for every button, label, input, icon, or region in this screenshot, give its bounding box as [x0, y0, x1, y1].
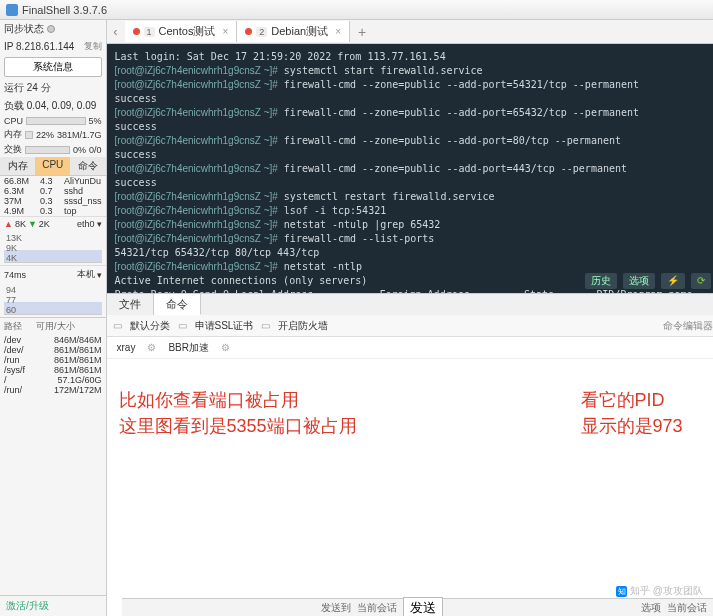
local-label: 本机 — [77, 268, 95, 281]
cpu-label: CPU — [4, 116, 23, 126]
ping-val: 74ms — [4, 270, 26, 280]
tab-label: Centos测试 — [159, 24, 216, 39]
mem-meter: 内存 22% 381M/1.7G — [0, 127, 106, 142]
tab-debian[interactable]: 2 Debian测试 × — [237, 21, 350, 42]
ip-row: IP 8.218.61.144 复制 — [0, 38, 106, 55]
swap-meter: 交换 0% 0/0 — [0, 142, 106, 157]
history-button[interactable]: 历史 — [585, 273, 617, 289]
cmd-xray[interactable]: xray — [117, 342, 136, 353]
tab-num: 2 — [256, 27, 267, 37]
proc-list: 66.8M4.3AliYunDu 6.3M0.7sshd 37M0.3sssd_… — [0, 176, 106, 216]
refresh-icon[interactable]: ⟳ — [691, 273, 711, 289]
cmd-bbr[interactable]: BBR加速 — [168, 341, 209, 355]
app-logo-icon — [6, 4, 18, 16]
close-icon[interactable]: × — [222, 26, 228, 37]
activate-link[interactable]: 激活/升级 — [0, 595, 106, 616]
tab-label: Debian测试 — [271, 24, 328, 39]
proc-row: 37M0.3sssd_nss — [0, 196, 106, 206]
close-icon[interactable]: × — [335, 26, 341, 37]
cpu-pct: 5% — [89, 116, 102, 126]
proc-header: 内存 CPU 命令 — [0, 157, 106, 176]
mem-pct: 22% — [36, 130, 54, 140]
disk-header: 路径可用/大小 — [0, 317, 106, 335]
proc-row: 6.3M0.7sshd — [0, 186, 106, 196]
disk-row: /sys/f861M/861M — [0, 365, 106, 375]
footer: 发送到 当前会话 发送 选项 当前会话 — [122, 598, 713, 616]
ping-row: 74ms 本机 ▾ — [0, 265, 106, 283]
tab-centos[interactable]: 1 Centos测试 × — [125, 21, 238, 42]
bottom-tabs: 文件 命令 — [107, 293, 713, 315]
net-row: ▲8K ▼2K eth0 ▾ — [0, 216, 106, 231]
app-title: FinalShell 3.9.7.6 — [22, 4, 107, 16]
swap-val: 0/0 — [89, 145, 102, 155]
cmd-editor-link[interactable]: 命令编辑器 — [663, 319, 713, 333]
tabs-row: ‹ 1 Centos测试 × 2 Debian测试 × + — [107, 20, 713, 44]
proc-row: 66.8M4.3AliYunDu — [0, 176, 106, 186]
arrow-down-icon: ▼ — [28, 219, 37, 229]
disk-row: /57.1G/60G — [0, 375, 106, 385]
load: 负载 0.04, 0.09, 0.09 — [0, 97, 106, 115]
swap-label: 交换 — [4, 143, 22, 156]
right-pane: ‹ 1 Centos测试 × 2 Debian测试 × + Last login… — [107, 20, 713, 616]
system-info-button[interactable]: 系统信息 — [4, 57, 102, 77]
annotation-area: 比如你查看端口被占用 这里图看到是5355端口被占用 看它的PID 显示的是97… — [107, 359, 713, 616]
disk-row: /dev/861M/861M — [0, 345, 106, 355]
titlebar: FinalShell 3.9.7.6 — [0, 0, 713, 20]
terminal[interactable]: Last login: Sat Dec 17 21:59:20 2022 fro… — [107, 44, 713, 293]
cat-default[interactable]: 默认分类 — [130, 319, 170, 333]
disk-list: /dev846M/846M /dev/861M/861M /run861M/86… — [0, 335, 106, 395]
send-to-label: 发送到 — [321, 601, 351, 615]
cmd-category-bar: ▭默认分类 ▭申请SSL证书 ▭开启防火墙 命令编辑器 — [107, 315, 713, 337]
footer-current[interactable]: 当前会话 — [667, 601, 707, 615]
options-button[interactable]: 选项 — [623, 273, 655, 289]
annotation-right: 看它的PID 显示的是973 — [581, 387, 683, 439]
cpu-meter: CPU 5% — [0, 115, 106, 127]
status-dot-icon — [47, 25, 55, 33]
hdr-cpu[interactable]: CPU — [35, 157, 70, 175]
annotation-left: 比如你查看端口被占用 这里图看到是5355端口被占用 — [119, 387, 357, 439]
ping-sparkline: 94 77 60 — [4, 285, 102, 315]
hdr-mem[interactable]: 内存 — [0, 157, 35, 175]
proc-row: 4.9M0.3top — [0, 206, 106, 216]
tab-file[interactable]: 文件 — [107, 294, 154, 315]
swap-pct: 0% — [73, 145, 86, 155]
folder-icon[interactable]: ▭ — [178, 320, 187, 331]
gear-icon[interactable]: ⚙ — [147, 342, 156, 353]
nav-prev-icon[interactable]: ‹ — [107, 24, 125, 39]
chevron-down-icon[interactable]: ▾ — [97, 219, 102, 229]
mem-label: 内存 — [4, 128, 22, 141]
cmd-row: xray ⚙ BBR加速 ⚙ — [107, 337, 713, 359]
current-session[interactable]: 当前会话 — [357, 601, 397, 615]
watermark: 知 知乎 @攻攻团队 — [616, 584, 703, 598]
sync-status-row: 同步状态 — [0, 20, 106, 38]
mem-val: 381M/1.7G — [57, 130, 102, 140]
sidebar: 同步状态 IP 8.218.61.144 复制 系统信息 运行 24 分 负载 … — [0, 20, 107, 616]
bolt-icon[interactable]: ⚡ — [661, 273, 685, 289]
copy-button[interactable]: 复制 — [84, 40, 102, 53]
cat-ssl[interactable]: 申请SSL证书 — [195, 319, 254, 333]
sync-label: 同步状态 — [4, 22, 44, 36]
term-toolbar: 历史选项⚡⟳ — [585, 273, 711, 289]
iface: eth0 — [77, 219, 95, 229]
tab-num: 1 — [144, 27, 155, 37]
net-sparkline: 13K 9K 4K — [4, 233, 102, 263]
tab-cmd[interactable]: 命令 — [154, 294, 201, 315]
status-dot-icon — [245, 28, 252, 35]
chevron-down-icon[interactable]: ▾ — [97, 270, 102, 280]
uptime: 运行 24 分 — [0, 79, 106, 97]
arrow-up-icon: ▲ — [4, 219, 13, 229]
ip-value: IP 8.218.61.144 — [4, 41, 74, 52]
disk-row: /run/172M/172M — [0, 385, 106, 395]
folder-icon[interactable]: ▭ — [113, 320, 122, 331]
folder-icon[interactable]: ▭ — [261, 320, 270, 331]
cat-firewall[interactable]: 开启防火墙 — [278, 319, 328, 333]
status-dot-icon — [133, 28, 140, 35]
footer-options[interactable]: 选项 — [641, 601, 661, 615]
send-button[interactable]: 发送 — [403, 597, 443, 617]
hdr-cmd[interactable]: 命令 — [70, 157, 105, 175]
gear-icon[interactable]: ⚙ — [221, 342, 230, 353]
disk-row: /run861M/861M — [0, 355, 106, 365]
zhihu-icon: 知 — [616, 586, 627, 597]
add-tab-button[interactable]: + — [350, 24, 374, 40]
disk-row: /dev846M/846M — [0, 335, 106, 345]
